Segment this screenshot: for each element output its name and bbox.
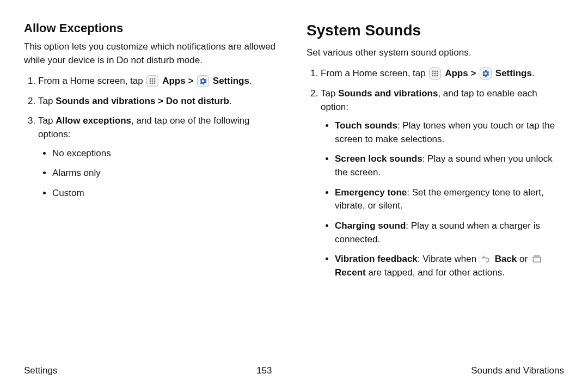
chevron-text: > (188, 76, 196, 86)
list-item: Screen lock sounds: Play a sound when yo… (335, 152, 564, 179)
step-text: Tap (321, 88, 338, 99)
list-item: Emergency tone: Set the emergency tone t… (335, 186, 564, 213)
list-item: No exceptions (52, 147, 281, 161)
footer-right: Sounds and Vibrations (471, 364, 564, 378)
list-item: From a Home screen, tap Apps > Settings. (321, 67, 564, 81)
apps-icon (429, 68, 441, 79)
list-item: Charging sound: Play a sound when a char… (335, 219, 564, 246)
page-columns: Allow Exceptions This option lets you cu… (24, 20, 564, 286)
footer-left: Settings (24, 364, 57, 378)
step-text: Tap (38, 115, 56, 126)
option-desc: : Vibrate when (418, 254, 479, 264)
back-icon (480, 254, 491, 265)
back-label: Back (495, 254, 517, 264)
left-column: Allow Exceptions This option lets you cu… (24, 20, 281, 286)
apps-label: Apps (162, 76, 186, 86)
system-sounds-heading: System Sounds (307, 20, 564, 42)
allow-exceptions-heading: Allow Exceptions (24, 20, 281, 37)
option-desc: are tapped, and for other actions. (366, 267, 505, 278)
apps-label: Apps (445, 68, 468, 78)
option-name: Emergency tone (335, 187, 407, 198)
bold-path: Sounds and vibrations > Do not disturb (56, 96, 229, 106)
list-item: Custom (52, 187, 281, 200)
exception-options: No exceptions Alarms only Custom (38, 147, 281, 200)
gear-icon (197, 75, 209, 87)
option-name: Charging sound (335, 220, 406, 231)
page-number: 153 (256, 364, 272, 378)
list-item: Tap Sounds and vibrations > Do not distu… (38, 95, 281, 108)
step-text: From a Home screen, tap (38, 76, 145, 86)
right-column: System Sounds Set various other system s… (307, 20, 564, 286)
sound-options: Touch sounds: Play tones when you touch … (321, 119, 564, 279)
list-item: Vibration feedback: Vibrate when Back or… (335, 253, 564, 279)
step-text: Tap (38, 96, 56, 106)
list-item: From a Home screen, tap Apps > Settings. (38, 75, 281, 88)
apps-icon (146, 75, 158, 87)
list-item: Tap Allow exceptions, and tap one of the… (38, 114, 281, 200)
gear-icon (480, 68, 492, 79)
option-name: Touch sounds (335, 120, 397, 131)
chevron-text: > (470, 68, 479, 78)
recent-label: Recent (335, 267, 366, 278)
option-name: Vibration feedback (335, 254, 418, 264)
list-item: Tap Sounds and vibrations, and tap to en… (321, 87, 564, 280)
option-name: Screen lock sounds (335, 154, 422, 164)
option-desc: or (517, 254, 530, 264)
step-text: From a Home screen, tap (321, 68, 428, 78)
system-sounds-intro: Set various other system sound options. (307, 46, 564, 60)
list-item: Touch sounds: Play tones when you touch … (335, 119, 564, 146)
list-item: Alarms only (52, 167, 281, 180)
settings-label: Settings (213, 76, 249, 86)
bold-label: Allow exceptions (56, 115, 131, 126)
allow-exceptions-steps: From a Home screen, tap Apps > Settings.… (24, 75, 281, 200)
bold-label: Sounds and vibrations (338, 88, 438, 99)
allow-exceptions-intro: This option lets you customize which not… (24, 40, 281, 67)
settings-label: Settings (495, 68, 532, 78)
system-sounds-steps: From a Home screen, tap Apps > Settings.… (307, 67, 564, 279)
recent-icon (531, 254, 542, 265)
page-footer: Settings 153 Sounds and Vibrations (24, 364, 564, 378)
